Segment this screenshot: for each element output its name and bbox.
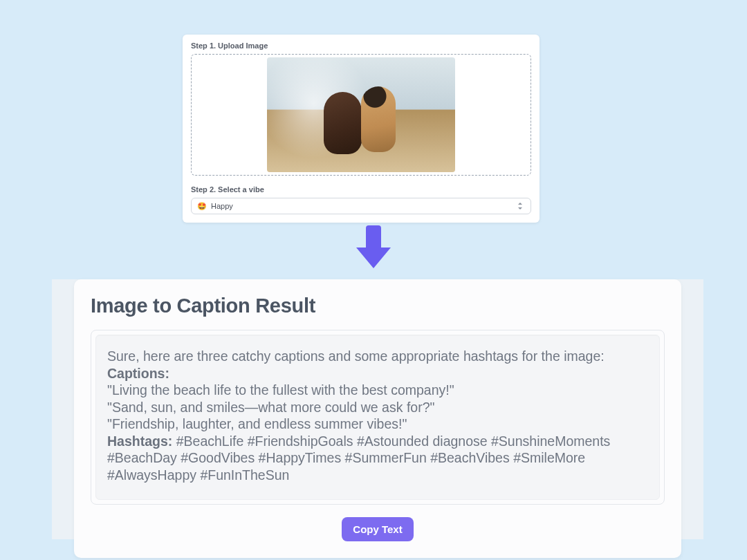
step2-label: Step 2. Select a vibe [191, 185, 531, 194]
hashtags-label: Hashtags: [107, 433, 172, 449]
result-intro: Sure, here are three catchy captions and… [107, 348, 605, 364]
result-panel: Image to Caption Result Sure, here are t… [52, 279, 703, 539]
vibe-value: Happy [211, 202, 233, 210]
result-output-frame: Sure, here are three catchy captions and… [91, 330, 665, 505]
chevron-updown-icon [518, 203, 524, 209]
result-title: Image to Caption Result [91, 295, 665, 317]
caption-line: "Living the beach life to the fullest wi… [107, 382, 454, 398]
step1-label: Step 1. Upload Image [191, 41, 531, 50]
result-card: Image to Caption Result Sure, here are t… [74, 279, 681, 558]
arrow-down-icon [356, 225, 391, 268]
vibe-select[interactable]: 🤩 Happy [191, 198, 531, 214]
hashtags-text: #BeachLife #FriendshipGoals #Astounded d… [107, 433, 610, 483]
caption-line: "Sand, sun, and smiles—what more could w… [107, 400, 434, 415]
vibe-emoji: 🤩 [197, 202, 207, 211]
copy-text-button[interactable]: Copy Text [342, 517, 413, 541]
image-dropzone[interactable] [191, 54, 531, 176]
uploaded-image [267, 57, 455, 172]
result-output: Sure, here are three catchy captions and… [95, 335, 660, 500]
captions-label: Captions: [107, 366, 169, 381]
input-card: Step 1. Upload Image Step 2. Select a vi… [183, 35, 540, 223]
caption-line: "Friendship, laughter, and endless summe… [107, 416, 407, 431]
